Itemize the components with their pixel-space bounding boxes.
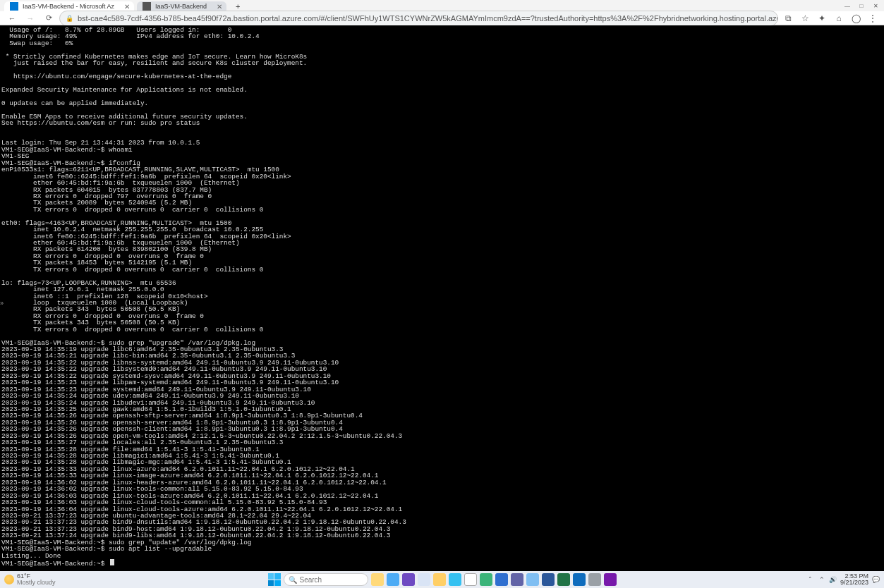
taskbar-word-icon[interactable]	[542, 573, 555, 586]
terminal-line: TX errors 0 dropped 0 overruns 0 carrier…	[1, 326, 884, 333]
windows-taskbar: 61°F Mostly cloudy 🔍 Search ˄ ⌃ 🔊 2:53 P…	[0, 571, 884, 588]
favorite-star-icon[interactable]: ☆	[798, 11, 812, 25]
profile-avatar-icon[interactable]: ◯	[849, 11, 863, 25]
tray-notifications-icon[interactable]: 💬	[871, 575, 880, 584]
taskbar-chat-icon[interactable]	[402, 573, 415, 586]
terminal-line: Memory usage: 49% IPv4 address for eth0:…	[1, 33, 884, 39]
terminal-line: Last login: Thu Sep 21 13:44:31 2023 fro…	[1, 140, 884, 146]
terminal-prompt[interactable]: VM1-SEG@IaaS-VM-Backend:~$	[1, 559, 884, 565]
new-tab-button[interactable]: +	[229, 1, 246, 11]
collections-icon[interactable]: ⧉	[781, 11, 795, 25]
browser-tabstrip: IaaS-VM-Backend - Microsoft Az ✕ IaaS-VM…	[0, 0, 828, 11]
search-placeholder: Search	[300, 576, 322, 584]
app-icon[interactable]: ⌂	[832, 11, 846, 25]
terminal-line: just raised the bar for easy, resilient …	[1, 60, 884, 66]
azure-favicon-icon	[10, 2, 18, 11]
start-button[interactable]	[268, 573, 281, 586]
tab-title: IaaS-VM-Backend	[155, 3, 207, 10]
url-text: bst-cae4c589-7cdf-4356-b785-bea45f90f72a…	[78, 14, 778, 23]
system-tray: ˄ ⌃ 🔊 2:53 PM 9/21/2023 💬	[806, 573, 884, 586]
tray-overflow-chevron-icon[interactable]: ˄	[806, 575, 815, 584]
browser-toolbar: ← → ⟳ 🔒 bst-cae4c589-7cdf-4356-b785-bea4…	[0, 11, 884, 25]
terminal-line: 0 updates can be applied immediately.	[1, 100, 884, 106]
taskbar-excel-icon[interactable]	[557, 573, 570, 586]
extensions-icon[interactable]: ✦	[815, 11, 829, 25]
taskbar-app-icon[interactable]	[480, 573, 492, 586]
window-maximize-button[interactable]: □	[854, 1, 868, 11]
terminal-expand-handle-icon[interactable]: »	[0, 300, 7, 307]
address-bar[interactable]: 🔒 bst-cae4c589-7cdf-4356-b785-bea45f90f7…	[59, 11, 778, 26]
terminal-line: TX errors 0 dropped 0 overruns 0 carrier…	[1, 267, 884, 273]
browser-tab[interactable]: IaaS-VM-Backend ✕	[137, 1, 226, 11]
terminal-cursor-icon	[110, 559, 114, 565]
terminal-line: See https://ubuntu.com/esm or run: sudo …	[1, 120, 884, 126]
window-minimize-button[interactable]: —	[840, 1, 854, 11]
weather-desc: Mostly cloudy	[17, 580, 56, 586]
tray-clock[interactable]: 2:53 PM 9/21/2023	[840, 573, 868, 586]
taskbar-mail-icon[interactable]	[418, 573, 430, 586]
taskbar-task-view-icon[interactable]	[387, 573, 399, 586]
taskbar-teams-icon[interactable]	[511, 573, 523, 586]
taskbar-chrome-icon[interactable]	[464, 573, 477, 586]
taskbar-folder-icon[interactable]	[433, 573, 446, 586]
taskbar-file-explorer-icon[interactable]	[371, 573, 384, 586]
generic-favicon-icon	[143, 2, 151, 11]
terminal-line: Listing... Done	[1, 553, 884, 559]
tab-close-icon[interactable]: ✕	[124, 3, 130, 11]
bastion-terminal[interactable]: Usage of /: 8.7% of 28.89GB Users logged…	[0, 25, 884, 571]
terminal-line	[1, 127, 884, 133]
taskbar-weather-widget[interactable]: 61°F Mostly cloudy	[0, 573, 85, 586]
tray-network-icon[interactable]: ⌃	[818, 575, 826, 584]
terminal-line: TX errors 0 dropped 0 overruns 0 carrier…	[1, 207, 884, 213]
tab-title: IaaS-VM-Backend - Microsoft Az	[23, 3, 114, 10]
taskbar-search[interactable]: 🔍 Search	[284, 573, 368, 586]
weather-sun-icon	[4, 575, 14, 584]
terminal-line: Expanded Security Maintenance for Applic…	[1, 87, 884, 93]
taskbar-edge-icon[interactable]	[449, 573, 461, 586]
tray-volume-icon[interactable]: 🔊	[829, 575, 837, 584]
browser-tab-active[interactable]: IaaS-VM-Backend - Microsoft Az ✕	[4, 1, 134, 11]
terminal-line: Swap usage: 0%	[1, 40, 884, 47]
taskbar-snip-icon[interactable]	[588, 573, 601, 586]
taskbar-onenote-icon[interactable]	[604, 573, 617, 586]
taskbar-app-icon[interactable]	[495, 573, 508, 586]
nav-reload-button[interactable]: ⟳	[41, 11, 56, 26]
tray-date: 9/21/2023	[840, 580, 868, 586]
terminal-line: https://ubuntu.com/engage/secure-kuberne…	[1, 73, 884, 80]
taskbar-center: 🔍 Search	[268, 573, 617, 586]
window-close-button[interactable]: ✕	[868, 1, 883, 11]
taskbar-outlook-icon[interactable]	[573, 573, 586, 586]
tab-close-icon[interactable]: ✕	[217, 3, 222, 11]
taskbar-store-icon[interactable]	[526, 573, 539, 586]
search-icon: 🔍	[289, 576, 297, 584]
nav-forward-button[interactable]: →	[23, 11, 38, 26]
browser-menu-icon[interactable]: ⋮	[866, 11, 880, 25]
nav-back-button[interactable]: ←	[4, 11, 20, 26]
terminal-line: VM1-SEG@IaaS-VM-Backend:~$ whoami	[1, 147, 884, 153]
terminal-line: VM1-SEG@IaaS-VM-Backend:~$ sudo apt list…	[1, 546, 884, 552]
lock-icon: 🔒	[66, 15, 73, 22]
